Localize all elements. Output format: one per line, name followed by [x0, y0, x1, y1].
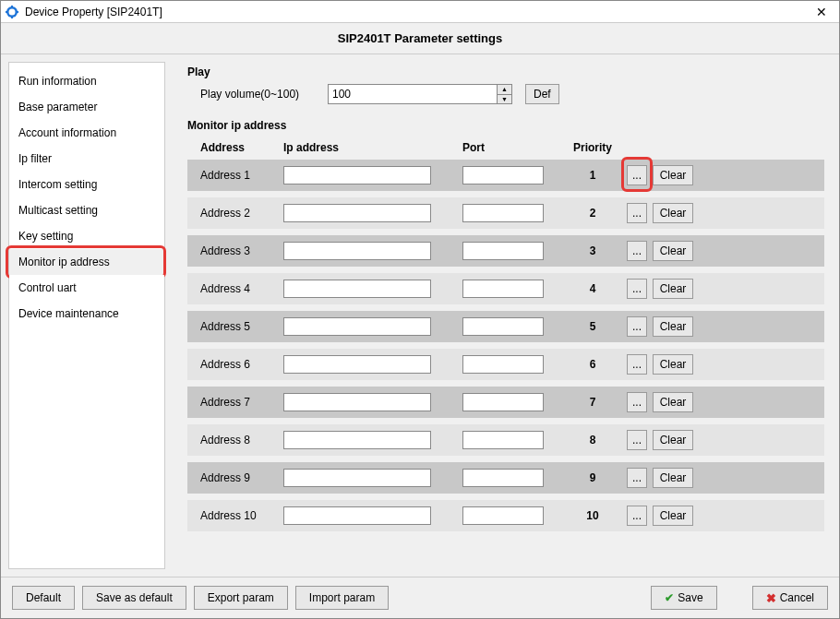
address-row: Address 1010...Clear [187, 500, 824, 531]
address-row-label: Address 5 [200, 320, 283, 333]
port-input[interactable] [462, 280, 544, 298]
clear-button[interactable]: Clear [653, 506, 693, 526]
sidebar-item-ip-filter[interactable]: Ip filter [9, 146, 164, 172]
port-input[interactable] [462, 431, 544, 449]
browse-button[interactable]: ... [627, 203, 647, 223]
save-button[interactable]: ✔ Save [651, 586, 716, 610]
address-row: Address 66...Clear [187, 349, 824, 380]
priority-value: 3 [570, 244, 616, 257]
clear-button[interactable]: Clear [653, 316, 693, 337]
cancel-button[interactable]: ✖ Cancel [752, 586, 828, 610]
priority-value: 6 [570, 358, 616, 371]
port-input[interactable] [462, 393, 544, 411]
address-row: Address 11...Clear [187, 160, 824, 191]
play-volume-label: Play volume(0~100) [200, 88, 315, 101]
content: Run informationBase parameterAccount inf… [1, 54, 839, 577]
clear-button[interactable]: Clear [653, 392, 693, 412]
port-input[interactable] [462, 317, 544, 336]
spin-down-button[interactable]: ▼ [498, 95, 511, 104]
browse-button[interactable]: ... [627, 506, 647, 526]
spin-up-button[interactable]: ▲ [498, 85, 511, 95]
port-input[interactable] [462, 506, 544, 525]
address-row-label: Address 4 [200, 282, 283, 295]
port-input[interactable] [462, 469, 544, 487]
sidebar-item-device-maintenance[interactable]: Device maintenance [9, 301, 164, 327]
clear-button[interactable]: Clear [653, 430, 693, 450]
clear-button[interactable]: Clear [653, 203, 693, 223]
footer: Default Save as default Export param Imp… [1, 577, 839, 618]
priority-value: 5 [570, 320, 616, 333]
device-property-window: Device Property [SIP2401T] ✕ SIP2401T Pa… [0, 0, 840, 619]
ip-address-input[interactable] [283, 393, 431, 411]
priority-value: 2 [570, 207, 616, 220]
play-volume-row: Play volume(0~100) ▲ ▼ Def [187, 84, 824, 104]
default-button[interactable]: Default [12, 586, 75, 610]
browse-button[interactable]: ... [627, 392, 647, 412]
address-row-label: Address 3 [200, 244, 283, 257]
ip-address-input[interactable] [283, 242, 431, 260]
port-input[interactable] [462, 166, 544, 185]
clear-button[interactable]: Clear [653, 279, 693, 299]
address-row-label: Address 1 [200, 169, 283, 182]
priority-value: 9 [570, 471, 616, 484]
cancel-button-label: Cancel [780, 591, 814, 604]
header-address: Address [200, 141, 283, 154]
close-button[interactable]: ✕ [808, 2, 835, 22]
ip-address-input[interactable] [283, 166, 431, 185]
address-row: Address 99...Clear [187, 462, 824, 494]
app-icon [5, 5, 19, 19]
browse-button[interactable]: ... [627, 165, 647, 185]
clear-button[interactable]: Clear [653, 354, 693, 375]
window-title: Device Property [SIP2401T] [25, 6, 808, 18]
monitor-rows: Address 11...ClearAddress 22...ClearAddr… [187, 160, 824, 531]
sidebar-item-multicast-setting[interactable]: Multicast setting [9, 197, 164, 223]
ip-address-input[interactable] [283, 317, 431, 336]
browse-button[interactable]: ... [627, 430, 647, 450]
ip-address-input[interactable] [283, 506, 431, 525]
highlight-box-sidebar [6, 245, 166, 279]
port-input[interactable] [462, 355, 544, 374]
priority-value: 4 [570, 282, 616, 295]
play-section-title: Play [187, 65, 824, 78]
header-port: Port [462, 141, 570, 154]
subtitle-bar: SIP2401T Parameter settings [1, 23, 839, 54]
port-input[interactable] [462, 242, 544, 260]
ip-address-input[interactable] [283, 431, 431, 449]
browse-button[interactable]: ... [627, 468, 647, 488]
export-param-button[interactable]: Export param [194, 586, 288, 610]
clear-button[interactable]: Clear [653, 241, 693, 261]
browse-button[interactable]: ... [627, 241, 647, 261]
svg-rect-5 [17, 11, 18, 13]
sidebar-item-intercom-setting[interactable]: Intercom setting [9, 172, 164, 197]
sidebar-item-account-information[interactable]: Account information [9, 120, 164, 146]
svg-rect-2 [11, 6, 13, 7]
monitor-table-header: Address Ip address Port Priority [187, 137, 824, 160]
address-row-label: Address 7 [200, 396, 283, 409]
sidebar-item-base-parameter[interactable]: Base parameter [9, 94, 164, 120]
check-icon: ✔ [665, 591, 674, 604]
sidebar-item-key-setting[interactable]: Key setting [9, 223, 164, 249]
port-input[interactable] [462, 204, 544, 222]
priority-value: 8 [570, 434, 616, 446]
address-row: Address 77...Clear [187, 387, 824, 418]
sidebar-item-control-uart[interactable]: Control uart [9, 275, 164, 301]
browse-button[interactable]: ... [627, 354, 647, 375]
address-row-label: Address 10 [200, 509, 283, 522]
browse-button[interactable]: ... [627, 316, 647, 337]
save-as-default-button[interactable]: Save as default [82, 586, 186, 610]
import-param-button[interactable]: Import param [295, 586, 389, 610]
browse-button[interactable]: ... [627, 279, 647, 299]
ip-address-input[interactable] [283, 204, 431, 222]
def-button[interactable]: Def [525, 84, 559, 104]
address-row-label: Address 8 [200, 434, 283, 446]
clear-button[interactable]: Clear [653, 468, 693, 488]
play-volume-input[interactable] [329, 85, 497, 103]
address-row-label: Address 2 [200, 207, 283, 220]
ip-address-input[interactable] [283, 280, 431, 298]
sidebar-item-monitor-ip-address[interactable]: Monitor ip address [9, 249, 164, 275]
clear-button[interactable]: Clear [653, 165, 693, 185]
ip-address-input[interactable] [283, 355, 431, 374]
sidebar-item-run-information[interactable]: Run information [9, 68, 164, 94]
ip-address-input[interactable] [283, 469, 431, 487]
svg-rect-4 [6, 11, 7, 13]
